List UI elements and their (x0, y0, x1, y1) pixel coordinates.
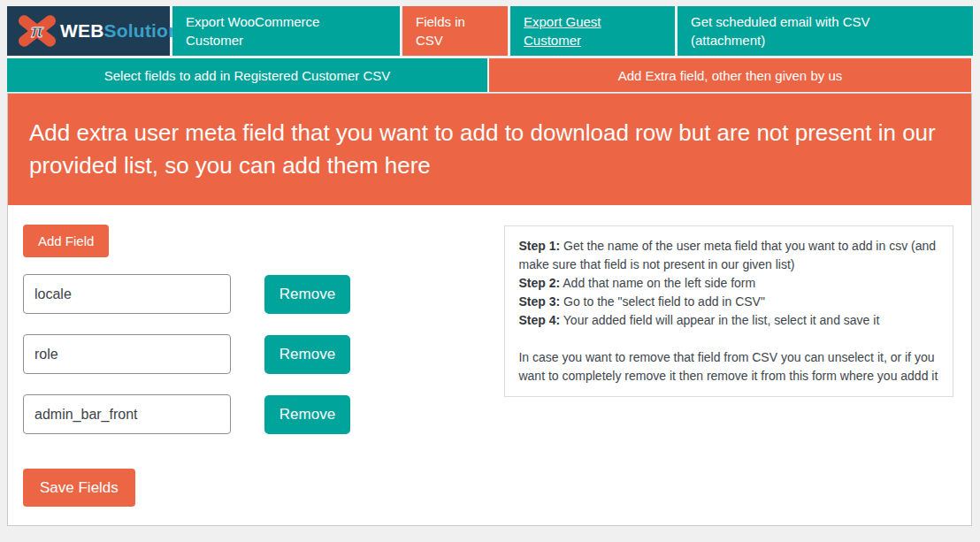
tab-label: Export WooCommerce Customer (186, 12, 336, 50)
field-row: Remove (23, 334, 504, 374)
field-row: Remove (23, 394, 504, 434)
top-tab-bar: π WEBSolution Export WooCommerce Custome… (7, 6, 973, 56)
subtab-add-extra-field[interactable]: Add Extra field, other then given by us (489, 58, 971, 92)
add-field-button[interactable]: Add Field (23, 225, 109, 257)
extra-fields-form: Add Field Remove Remove Remove Save Fiel… (23, 225, 504, 507)
brand-solution: Solution (104, 20, 180, 41)
tab-scheduled-email-csv[interactable]: Get scheduled email with CSV (attachment… (678, 6, 973, 56)
subtab-label: Select fields to add in Registered Custo… (104, 68, 391, 83)
instruction-step: Step 3: Go to the "select field to add i… (518, 293, 939, 311)
meta-field-input-role[interactable] (23, 334, 231, 374)
remove-field-button[interactable]: Remove (264, 395, 350, 434)
tab-fields-in-csv[interactable]: Fields in CSV (402, 6, 508, 56)
instruction-step: Step 1: Get the name of the user meta fi… (518, 237, 939, 274)
field-row: Remove (23, 274, 504, 314)
instructions-box: Step 1: Get the name of the user meta fi… (504, 225, 953, 397)
step-text: Your added field will appear in the list… (560, 313, 879, 327)
panel-content: Add Field Remove Remove Remove Save Fiel… (8, 205, 971, 507)
meta-field-input-locale[interactable] (23, 274, 231, 314)
svg-text:π: π (31, 21, 44, 41)
step-label: Step 2: (518, 276, 560, 290)
step-text: Get the name of the user meta field that… (518, 239, 936, 271)
pi-logo-icon: π (16, 13, 58, 49)
tab-label: Fields in CSV (416, 12, 478, 50)
instruction-step: Step 4: Your added field will appear in … (518, 311, 939, 330)
subtab-label: Add Extra field, other then given by us (618, 68, 842, 83)
step-text: Go to the "select field to add in CSV" (560, 294, 765, 309)
save-fields-button[interactable]: Save Fields (23, 469, 135, 507)
brand-text: WEBSolution (60, 20, 180, 42)
step-label: Step 1: (518, 239, 560, 253)
tab-export-guest-customer[interactable]: Export Guest Customer (510, 6, 675, 56)
main-panel: Add extra user meta field that you want … (7, 93, 972, 526)
meta-field-input-admin-bar-front[interactable] (23, 394, 231, 434)
instruction-note: In case you want to remove that field fr… (518, 348, 939, 386)
banner-description: Add extra user meta field that you want … (8, 94, 971, 205)
plugin-page: { "brand": { "pi": "π", "bold": "WEB", "… (0, 0, 980, 542)
step-text: Add that name on the left side form (560, 276, 755, 290)
remove-field-button[interactable]: Remove (264, 335, 350, 374)
banner-text: Add extra user meta field that you want … (29, 119, 936, 179)
instruction-step: Step 2: Add that name on the left side f… (518, 274, 939, 293)
tab-export-woocommerce-customer[interactable]: Export WooCommerce Customer (172, 6, 400, 56)
brand-logo: π WEBSolution (7, 6, 170, 56)
brand-web: WEB (60, 20, 104, 41)
subtab-select-fields-registered-csv[interactable]: Select fields to add in Registered Custo… (7, 58, 487, 92)
remove-field-button[interactable]: Remove (264, 275, 350, 314)
tab-label: Get scheduled email with CSV (attachment… (691, 12, 903, 50)
step-label: Step 3: (518, 294, 560, 309)
tab-link-label: Export Guest Customer (524, 12, 621, 50)
sub-tab-bar: Select fields to add in Registered Custo… (7, 58, 971, 92)
step-label: Step 4: (518, 313, 560, 327)
